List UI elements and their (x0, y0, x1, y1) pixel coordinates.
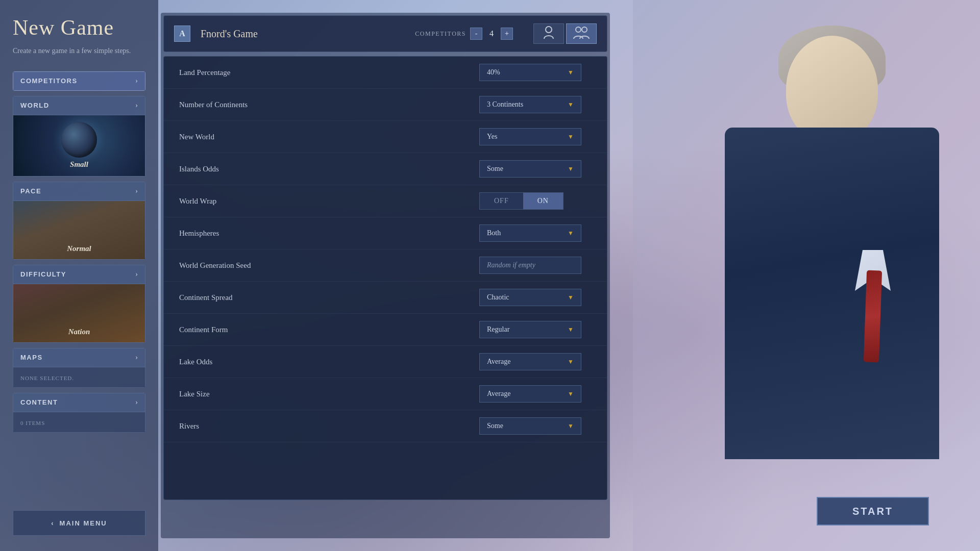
toggle-option-off[interactable]: OFF (480, 193, 523, 209)
chevron-right-icon-pace: › (135, 187, 138, 195)
pace-value-label: Normal (67, 244, 91, 253)
game-name: Fnord's Game (201, 28, 405, 40)
sidebar-content-header[interactable]: CONTENT › (13, 393, 145, 412)
setting-dropdown-number-of-continents[interactable]: 3 Continents▼ (479, 96, 581, 113)
setting-dropdown-lake-odds[interactable]: Average▼ (479, 353, 581, 370)
single-player-icon (543, 26, 554, 42)
setting-dropdown-land-percentage[interactable]: 40%▼ (479, 64, 581, 81)
setting-row-world-generation-seed[interactable]: World Generation SeedRandom if empty (164, 249, 607, 282)
dropdown-arrow-icon: ▼ (568, 358, 574, 366)
tab-buttons (533, 23, 597, 44)
setting-name-label: World Generation Seed (179, 261, 479, 270)
sidebar-item-maps[interactable]: MAPS › NONE SELECTED. (13, 348, 145, 388)
setting-dropdown-hemispheres[interactable]: Both▼ (479, 224, 581, 242)
toggle-option-on[interactable]: ON (523, 193, 563, 209)
setting-name-label: World Wrap (179, 197, 479, 206)
competitors-decrease-button[interactable]: - (470, 28, 482, 40)
setting-dropdown-islands-odds[interactable]: Some▼ (479, 160, 581, 178)
start-button[interactable]: START (817, 497, 929, 525)
setting-row-continent-form[interactable]: Continent FormRegular▼ (164, 314, 607, 346)
game-header: A Fnord's Game COMPETITORS - 4 + (163, 15, 607, 52)
setting-row-continent-spread[interactable]: Continent SpreadChaotic▼ (164, 282, 607, 314)
setting-name-label: Continent Spread (179, 293, 479, 302)
dropdown-arrow-icon: ▼ (568, 133, 574, 141)
character-head (786, 36, 878, 143)
setting-name-label: Number of Continents (179, 101, 479, 109)
competitors-value: 4 (486, 29, 497, 38)
sidebar-pace-preview[interactable]: Normal (13, 201, 145, 260)
sidebar-item-content[interactable]: CONTENT › 0 ITEMS (13, 393, 145, 433)
sidebar-pace-header[interactable]: PACE › (13, 182, 145, 201)
settings-panel: Land Percentage40%▼Number of Continents3… (163, 56, 607, 500)
setting-name-label: Rivers (179, 422, 479, 431)
setting-row-world-wrap[interactable]: World WrapOFFON (164, 185, 607, 217)
sidebar-maps-detail[interactable]: NONE SELECTED. (13, 367, 145, 388)
sidebar-content-detail[interactable]: 0 ITEMS (13, 412, 145, 433)
setting-row-islands-odds[interactable]: Islands OddsSome▼ (164, 153, 607, 185)
main-menu-button[interactable]: ‹ MAIN MENU (13, 510, 145, 536)
dropdown-arrow-icon: ▼ (568, 69, 574, 77)
setting-name-label: Islands Odds (179, 165, 479, 173)
page-subtitle: Create a new game in a few simple steps. (13, 46, 145, 56)
sidebar-item-difficulty[interactable]: DIFFICULTY › Nation (13, 265, 145, 343)
sidebar-difficulty-header[interactable]: DIFFICULTY › (13, 265, 145, 284)
setting-row-land-percentage[interactable]: Land Percentage40%▼ (164, 57, 607, 89)
sidebar-pace-label: PACE (20, 187, 41, 195)
setting-row-rivers[interactable]: RiversSome▼ (164, 410, 607, 442)
chevron-right-icon-world: › (135, 102, 138, 110)
setting-dropdown-lake-size[interactable]: Average▼ (479, 385, 581, 403)
setting-row-lake-odds[interactable]: Lake OddsAverage▼ (164, 346, 607, 378)
sidebar-item-world[interactable]: WORLD › Small (13, 96, 145, 177)
sidebar-item-competitors[interactable]: COMPETITORS › (13, 71, 145, 91)
setting-toggle-world-wrap: OFFON (479, 192, 564, 210)
setting-row-hemispheres[interactable]: HemispheresBoth▼ (164, 217, 607, 249)
multi-player-icon (573, 26, 590, 42)
dropdown-arrow-icon: ▼ (568, 294, 574, 302)
sidebar-world-preview[interactable]: Small (13, 115, 145, 177)
competitors-increase-button[interactable]: + (501, 28, 513, 40)
setting-dropdown-continent-form[interactable]: Regular▼ (479, 321, 581, 338)
setting-name-label: Lake Size (179, 390, 479, 398)
setting-name-label: New World (179, 133, 479, 141)
dropdown-arrow-icon: ▼ (568, 101, 574, 109)
dropdown-arrow-icon: ▼ (568, 422, 574, 430)
maps-sub-label: NONE SELECTED. (20, 375, 138, 381)
setting-row-new-world[interactable]: New WorldYes▼ (164, 121, 607, 153)
sidebar-difficulty-label: DIFFICULTY (20, 270, 66, 278)
setting-name-label: Land Percentage (179, 68, 479, 77)
chevron-right-icon-difficulty: › (135, 270, 138, 279)
dropdown-arrow-icon: ▼ (568, 165, 574, 173)
main-menu-label: MAIN MENU (60, 519, 107, 527)
svg-point-2 (582, 27, 587, 32)
setting-dropdown-new-world[interactable]: Yes▼ (479, 128, 581, 145)
tab-multi-player[interactable] (566, 23, 597, 44)
setting-name-label: Hemispheres (179, 229, 479, 238)
character-body (725, 128, 939, 459)
start-label: START (852, 506, 893, 517)
setting-dropdown-continent-spread[interactable]: Chaotic▼ (479, 289, 581, 306)
sidebar-difficulty-preview[interactable]: Nation (13, 284, 145, 343)
svg-point-0 (546, 27, 552, 33)
sidebar-maps-label: MAPS (20, 354, 43, 361)
setting-name-label: Continent Form (179, 325, 479, 334)
sidebar-maps-header[interactable]: MAPS › (13, 348, 145, 367)
sidebar-competitors-header[interactable]: COMPETITORS › (13, 71, 145, 91)
sidebar-world-label: WORLD (20, 102, 50, 109)
sidebar-item-pace[interactable]: PACE › Normal (13, 182, 145, 260)
chevron-right-icon: › (135, 77, 138, 85)
character-tie (864, 270, 882, 363)
tab-single-player[interactable] (533, 23, 564, 44)
setting-name-label: Lake Odds (179, 358, 479, 366)
competitors-header-label: COMPETITORS (415, 30, 466, 38)
sidebar-world-header[interactable]: WORLD › (13, 96, 145, 115)
chevron-right-icon-content: › (135, 398, 138, 407)
setting-input-world-generation-seed[interactable]: Random if empty (479, 257, 581, 274)
setting-row-number-of-continents[interactable]: Number of Continents3 Continents▼ (164, 89, 607, 121)
setting-dropdown-rivers[interactable]: Some▼ (479, 417, 581, 435)
setting-row-lake-size[interactable]: Lake SizeAverage▼ (164, 378, 607, 410)
dropdown-arrow-icon: ▼ (568, 326, 574, 334)
settings-rows: Land Percentage40%▼Number of Continents3… (164, 57, 607, 442)
character-area (633, 0, 980, 551)
sidebar-competitors-label: COMPETITORS (20, 77, 78, 85)
page-title: New Game (13, 15, 145, 40)
